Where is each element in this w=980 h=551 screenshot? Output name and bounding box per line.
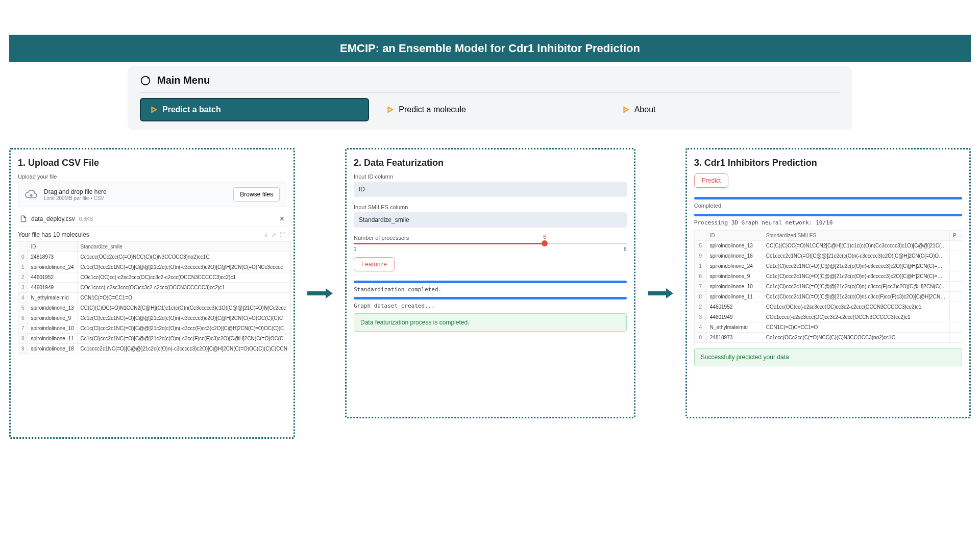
slider-max: 8 — [624, 246, 627, 252]
dropzone-title: Drag and drop file here — [44, 188, 227, 195]
cell: 4 — [694, 322, 706, 333]
panel-title: 2. Data Featurization — [354, 158, 627, 168]
cell: 6 — [694, 271, 706, 282]
file-dropzone[interactable]: Drag and drop file here Limit 200MB per … — [18, 182, 286, 207]
cell: COc1cc(OC)cc(-c2sc3ccc(OC)cc3c2-c2ccc(OC… — [77, 272, 290, 283]
cell: Cc1c(Cl)ccc2c1NC(=O)[C@@]21c2c(c(O)n(-c3… — [77, 334, 290, 344]
table-row[interactable]: 7spiroindolinone_10Cc1c(Cl)ccc2c1NC(=O)[… — [694, 282, 962, 292]
cell: Cc1c(Cl)ccc2c1NC(=O)[C@@]21c2c(c(O)n(-c3… — [77, 262, 290, 272]
cell: Cc1cccc2c1NC(=O)[C@@]21c2c(c(O)n(-c3cccc… — [763, 251, 949, 261]
panel-title: 3. Cdr1 Inhibitors Prediction — [694, 158, 962, 168]
table-row[interactable]: 5spiroindolinone_13CC(C)(C)OC(=O)N1CCN2[… — [18, 303, 291, 313]
table-header: IDStandardize_smile — [18, 242, 291, 252]
workflow-panels: 1. Upload CSV File Upload your file Drag… — [0, 130, 980, 439]
cell: Cc1c(Cl)ccc2c1NC(=O)[C@@]21c2c(c(O)n(-c3… — [763, 292, 949, 302]
cell: spiroindolinone_13 — [706, 241, 763, 251]
tab-predict-batch[interactable]: Predict a batch — [140, 98, 369, 121]
cell: 3 — [18, 283, 28, 293]
cell: Cc1c(Cl)ccc2c1NC(=O)[C@@]21c2c(c(O)n(-c3… — [77, 323, 290, 334]
column-header: Pre — [950, 231, 962, 241]
id-column-input[interactable] — [354, 182, 627, 197]
tab-label: Predict a batch — [162, 105, 221, 114]
cell: spiroindolinone_9 — [28, 313, 77, 323]
cell: COc1cc(OC)cc(-c2sc3ccc(OC)cc3c2-c2ccc(OC… — [763, 302, 949, 312]
cell: spiroindolinone_18 — [706, 251, 763, 261]
table-row[interactable]: 244601952COc1cc(OC)cc(-c2sc3ccc(OC)cc3c2… — [18, 272, 291, 283]
cell: 3 — [694, 312, 706, 322]
table-row[interactable]: 4N_ethylmaleimidCCN1C(=O)C=CC1=O — [18, 293, 291, 303]
column-header: ID — [28, 242, 77, 252]
table-row[interactable]: 024818973Cc1ccc(OCc2cc(C(=O)NCC(C)(C)N3C… — [18, 252, 291, 262]
slider-value: 6 — [543, 234, 546, 240]
table-row[interactable]: 7spiroindolinone_10Cc1c(Cl)ccc2c1NC(=O)[… — [18, 323, 291, 334]
cloud-upload-icon — [24, 188, 38, 201]
success-message: Data featurization process is completed. — [354, 313, 627, 332]
table-row[interactable]: 244601952COc1cc(OC)cc(-c2sc3ccc(OC)cc3c2… — [694, 302, 962, 312]
table-row[interactable]: 9spiroindolinone_18Cc1cccc2c1NC(=O)[C@@]… — [18, 344, 291, 354]
table-row[interactable]: 8spiroindolinone_11Cc1c(Cl)ccc2c1NC(=O)[… — [694, 292, 962, 302]
cell — [950, 312, 962, 322]
cell: 0 — [694, 333, 706, 343]
status-standardization: Standardization completed. — [354, 286, 627, 293]
predict-button[interactable]: Predict — [694, 173, 728, 188]
cell: COc1cccc(-c2sc3ccc(OC)cc3c2-c2ccc(OCCN3C… — [763, 312, 949, 322]
remove-file-button[interactable]: × — [280, 214, 284, 223]
arrow-right-icon — [648, 288, 673, 299]
table-row[interactable]: 6spiroindolinone_9Cc1c(Cl)ccc2c1NC(=O)[C… — [18, 313, 291, 323]
smiles-column-input[interactable] — [354, 212, 627, 228]
slider-thumb[interactable] — [542, 240, 548, 246]
cell: N_ethylmaleimid — [706, 322, 763, 333]
table-row[interactable]: 6spiroindolinone_9Cc1c(Cl)ccc2c1NC(=O)[C… — [694, 271, 962, 282]
cell: spiroindolinone_9 — [706, 271, 763, 282]
cell: 2 — [694, 302, 706, 312]
tab-about[interactable]: About — [613, 98, 840, 121]
table-row[interactable]: 1spiroindolinone_24Cc1c(Cl)ccc2c1NC(=O)[… — [694, 261, 962, 271]
table-row[interactable]: 4N_ethylmaleimidCCN1C(=O)C=CC1=O — [694, 322, 962, 333]
table-row[interactable]: 024818973Cc1ccc(OCc2cc(C(=O)NCC(C)(C)N3C… — [694, 333, 962, 343]
cell: 8 — [18, 334, 28, 344]
play-icon — [622, 106, 629, 113]
arrow-right-icon — [307, 288, 333, 299]
cell: spiroindolinone_18 — [28, 344, 77, 354]
main-menu-panel: Main Menu Predict a batch Predict a mole… — [128, 66, 852, 130]
cell: Cc1cccc2c1NC(=O)[C@@]21c2c(c(O)n(-c3cccc… — [77, 344, 290, 354]
cell: 44601952 — [28, 272, 77, 283]
slider-range: 1 8 — [354, 246, 627, 252]
column-header: Standardized SMILES — [763, 231, 949, 241]
table-row[interactable]: 8spiroindolinone_11Cc1c(Cl)ccc2c1NC(=O)[… — [18, 334, 291, 344]
menu-tabs: Predict a batch Predict a molecule About — [140, 98, 840, 121]
cell: Cc1c(Cl)ccc2c1NC(=O)[C@@]21c2c(c(O)n(-c3… — [763, 282, 949, 292]
cell: spiroindolinone_10 — [28, 323, 77, 334]
processing-message: Processing 3D Graph neural network: 10/1… — [694, 219, 962, 226]
featurize-button[interactable]: Featurize — [354, 257, 395, 271]
tab-label: Predict a molecule — [399, 105, 466, 114]
browse-files-button[interactable]: Browse files — [233, 187, 280, 202]
cell — [950, 292, 962, 302]
cell: spiroindolinone_24 — [28, 262, 77, 272]
cell — [950, 251, 962, 261]
cell: 6 — [18, 313, 28, 323]
table-row[interactable]: 9spiroindolinone_18Cc1cccc2c1NC(=O)[C@@]… — [694, 251, 962, 261]
panel-title: 1. Upload CSV File — [18, 158, 286, 168]
processors-slider[interactable]: 6 1 8 — [354, 243, 627, 252]
cell: 0 — [18, 252, 28, 262]
table-row[interactable]: 5spiroindolinone_13CC(C)(C)OC(=O)N1CCN2[… — [694, 241, 962, 251]
cell: 9 — [18, 344, 28, 354]
table-row[interactable]: 1spiroindolinone_24Cc1c(Cl)ccc2c1NC(=O)[… — [18, 262, 291, 272]
app-title: EMCIP: an Ensemble Model for Cdr1 Inhibi… — [340, 42, 640, 55]
cell — [950, 302, 962, 312]
table-toolbar-icons[interactable]: ⇩ ⤢ ⛶ — [263, 232, 286, 238]
cell: Cc1ccc(OCc2cc(C(=O)NCC(C)(C)N3CCOCC3)no2… — [77, 252, 290, 262]
table-row[interactable]: 344601949COc1cccc(-c2sc3ccc(OC)cc3c2-c2c… — [694, 312, 962, 322]
file-name: data_deploy.csv — [31, 215, 75, 222]
success-message: Successfully predicted your data — [694, 348, 962, 366]
tab-predict-molecule[interactable]: Predict a molecule — [377, 98, 604, 121]
table-body: 024818973Cc1ccc(OCc2cc(C(=O)NCC(C)(C)N3C… — [18, 252, 291, 354]
data-table: IDStandardize_smile 024818973Cc1ccc(OCc2… — [18, 241, 291, 354]
cell: spiroindolinone_13 — [28, 303, 77, 313]
uploaded-file-row: data_deploy.csv 0.8KB × — [18, 211, 286, 227]
play-icon — [150, 106, 157, 113]
table-row[interactable]: 344601949COc1cccc(-c2sc3ccc(OC)cc3c2-c2c… — [18, 283, 291, 293]
cell — [950, 271, 962, 282]
cell: 24818973 — [706, 333, 763, 343]
